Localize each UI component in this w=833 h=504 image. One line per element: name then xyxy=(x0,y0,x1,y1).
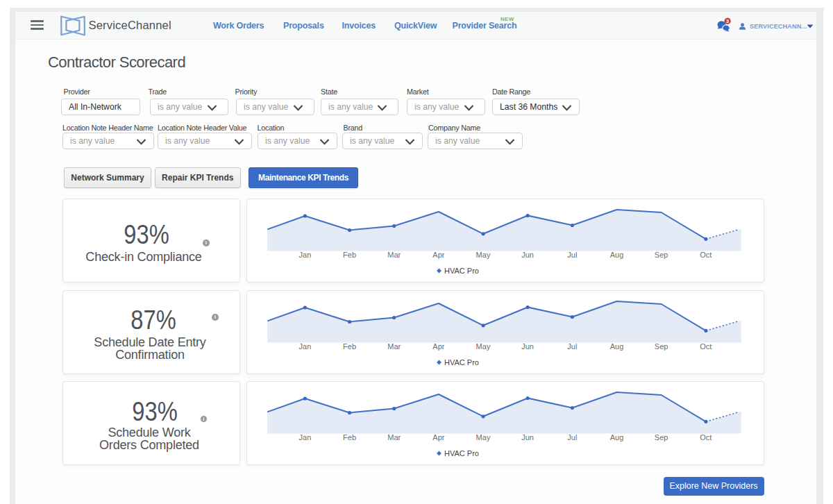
svg-text:Jun: Jun xyxy=(521,342,534,351)
svg-text:Sep: Sep xyxy=(655,433,668,442)
svg-text:Jun: Jun xyxy=(521,251,534,259)
svg-text:Aug: Aug xyxy=(610,342,624,351)
svg-text:May: May xyxy=(476,342,491,351)
svg-text:HVAC Pro: HVAC Pro xyxy=(444,449,479,457)
svg-text:Feb: Feb xyxy=(343,251,356,259)
svg-text:Oct: Oct xyxy=(700,251,712,259)
svg-text:Feb: Feb xyxy=(343,342,356,351)
svg-text:Aug: Aug xyxy=(610,433,624,442)
svg-text:Oct: Oct xyxy=(700,342,712,351)
svg-text:Jul: Jul xyxy=(567,251,577,259)
svg-text:Sep: Sep xyxy=(655,251,668,259)
svg-text:Aug: Aug xyxy=(610,251,624,259)
svg-text:3: 3 xyxy=(726,18,729,24)
svg-text:Apr: Apr xyxy=(432,433,444,442)
svg-text:HVAC Pro: HVAC Pro xyxy=(444,358,479,367)
svg-text:Mar: Mar xyxy=(387,433,401,442)
svg-text:Mar: Mar xyxy=(387,342,401,351)
svg-text:Jul: Jul xyxy=(567,342,577,351)
svg-text:Jul: Jul xyxy=(567,433,577,442)
svg-text:Jan: Jan xyxy=(299,342,312,351)
svg-text:Jun: Jun xyxy=(521,433,534,442)
svg-text:Apr: Apr xyxy=(432,251,444,259)
svg-text:Apr: Apr xyxy=(432,342,444,351)
svg-text:May: May xyxy=(476,251,491,259)
svg-text:May: May xyxy=(476,433,491,442)
svg-text:Sep: Sep xyxy=(655,342,668,351)
svg-text:Jan: Jan xyxy=(299,251,312,259)
svg-text:Oct: Oct xyxy=(700,433,712,442)
svg-text:HVAC Pro: HVAC Pro xyxy=(444,267,479,275)
svg-text:Feb: Feb xyxy=(343,433,356,442)
svg-text:Jan: Jan xyxy=(299,433,312,442)
svg-text:Mar: Mar xyxy=(387,251,401,259)
